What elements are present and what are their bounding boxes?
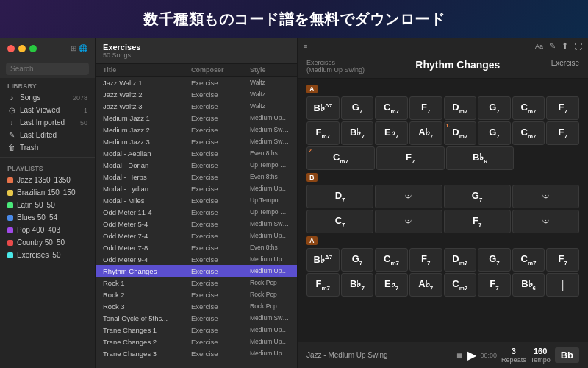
- chord-name: G7: [489, 127, 500, 140]
- stop-button[interactable]: ■: [456, 350, 462, 361]
- song-row[interactable]: Trane Changes 2 Exercise Medium Up Swing: [96, 336, 297, 347]
- song-row[interactable]: Odd Meter 9-4 Exercise Medium Up Swing: [96, 253, 297, 265]
- chord-row-ab2: Fm7 B♭7 E♭7 A♭7 Cm7 F7: [306, 273, 579, 297]
- panel-subtitle: 50 Songs: [103, 52, 290, 59]
- song-composer: Exercise: [191, 220, 250, 228]
- song-row[interactable]: Modal - Dorian Exercise Up Tempo Swing: [96, 159, 297, 171]
- song-row[interactable]: Rock 2 Exercise Rock Pop: [96, 289, 297, 300]
- song-row[interactable]: Medium Jazz 1 Exercise Medium Up Swing: [96, 112, 297, 124]
- chord-chart: A B♭Δ7 G7 Cm7 F7 Dm7: [298, 79, 588, 342]
- sidebar-item-last-viewed[interactable]: ◷ Last Viewed 1: [0, 104, 95, 116]
- song-row[interactable]: Odd Meter 7-8 Exercise Even 8ths: [96, 241, 297, 253]
- song-list[interactable]: Jazz Waltz 1 Exercise Waltz Jazz Waltz 2…: [96, 77, 297, 368]
- song-row[interactable]: Tonal Cycle of 5ths... Exercise Medium S…: [96, 312, 297, 324]
- sidebar-item-last-edited[interactable]: ✎ Last Edited: [0, 129, 95, 141]
- song-row[interactable]: Jazz Waltz 2 Exercise Waltz: [96, 88, 297, 100]
- song-row[interactable]: Odd Meter 7-4 Exercise Medium Up Swing: [96, 230, 297, 241]
- chord-cell: B♭7: [341, 273, 374, 297]
- chord-row-b2: C7 𝄑 F7 𝄑: [306, 210, 579, 233]
- blues-label: Blues 50: [17, 213, 46, 222]
- edit-icon[interactable]: ✎: [549, 41, 556, 51]
- chord-name: G7: [352, 102, 363, 115]
- song-style: Medium Up Swing: [250, 185, 290, 192]
- sidebar-item-last-imported[interactable]: ↓ Last Imported 50: [0, 116, 95, 129]
- song-row[interactable]: Medium Jazz 3 Exercise Medium Swing: [96, 135, 297, 147]
- song-row[interactable]: Rock 3 Exercise Rock Pop: [96, 300, 297, 312]
- jazz-label: Jazz 1350: [17, 176, 51, 184]
- list-toggle-icon[interactable]: ≡: [304, 43, 307, 50]
- song-title: Modal - Dorian: [103, 161, 191, 169]
- chord-row-a2: Fm7 B♭7 E♭7 A♭7 1. Dm7: [306, 121, 579, 145]
- sidebar-item-songs[interactable]: ♪ Songs 2078: [0, 91, 95, 104]
- song-row[interactable]: Rock 1 Exercise Rock Pop: [96, 277, 297, 289]
- chord-cell: G7: [341, 96, 374, 120]
- song-composer: Exercise: [191, 126, 250, 134]
- key-display[interactable]: Bb: [555, 347, 579, 363]
- slash-symbol: 𝄑: [542, 190, 549, 203]
- minimize-button[interactable]: [18, 45, 26, 52]
- chord-cell: 1. Dm7: [444, 121, 477, 145]
- song-row[interactable]: Medium Jazz 2 Exercise Medium Swing: [96, 124, 297, 135]
- song-row[interactable]: Odd Meter 11-4 Exercise Up Tempo Swing: [96, 206, 297, 218]
- song-style: Even 8ths: [250, 244, 290, 251]
- chord-name: Cm7: [452, 278, 467, 291]
- song-title: Medium Jazz 2: [103, 126, 191, 134]
- song-row[interactable]: Jazz Waltz 3 Exercise Waltz: [96, 100, 297, 112]
- share-icon[interactable]: ⬆: [562, 41, 568, 51]
- song-row[interactable]: Modal - Herbs Exercise Even 8ths: [96, 171, 297, 183]
- search-input[interactable]: [6, 63, 89, 75]
- chord-cell: F7: [546, 121, 579, 145]
- chord-cell: E♭7: [375, 273, 408, 297]
- close-button[interactable]: [7, 45, 15, 52]
- song-row[interactable]: Jazz Waltz 1 Exercise Waltz: [96, 77, 297, 88]
- song-title: Modal - Aeolian: [103, 149, 191, 158]
- song-row[interactable]: Trane Changes 1 Exercise Medium Up Swing: [96, 324, 297, 336]
- playlist-item-brazilian[interactable]: Brazilian 150 150: [0, 186, 95, 199]
- song-title: Modal - Miles: [103, 197, 191, 205]
- font-size-icon[interactable]: Aa: [535, 43, 543, 50]
- chord-row-a1: B♭Δ7 G7 Cm7 F7 Dm7 G7: [306, 96, 579, 120]
- chord-name: F7: [558, 102, 567, 115]
- song-title: Jazz Waltz 2: [103, 91, 191, 99]
- maximize-button[interactable]: [29, 45, 37, 52]
- song-row[interactable]: Modal - Aeolian Exercise Even 8ths: [96, 147, 297, 159]
- song-style: Rock Pop: [250, 291, 290, 298]
- song-row[interactable]: Odd Meter 5-4 Exercise Medium Swing: [96, 218, 297, 230]
- playlist-item-country[interactable]: Country 50 50: [0, 236, 95, 249]
- song-view-toolbar: ≡ Aa ✎ ⬆ ⛶: [298, 38, 588, 54]
- playlist-item-exercises[interactable]: Exercises 50: [0, 249, 95, 261]
- expand-icon[interactable]: ⛶: [574, 42, 582, 51]
- country-label: Country 50: [17, 238, 53, 247]
- song-style: Medium Swing: [250, 220, 290, 227]
- chord-cell: Cm7: [375, 96, 408, 120]
- chord-cell: 𝄑: [375, 185, 442, 208]
- playlist-item-pop[interactable]: Pop 400 403: [0, 224, 95, 236]
- song-composer: Exercise: [191, 138, 250, 146]
- brazilian-label: Brazilian 150: [17, 188, 60, 197]
- playlist-item-jazz[interactable]: Jazz 1350 1350: [0, 174, 95, 186]
- song-title: Rock 1: [103, 279, 191, 287]
- chord-cell: A♭7: [409, 273, 442, 297]
- playlist-item-latin[interactable]: Latin 50 50: [0, 199, 95, 211]
- chord-name: Cm7: [384, 102, 399, 115]
- exercises-count: 50: [52, 251, 60, 259]
- song-row[interactable]: Modal - Miles Exercise Up Tempo Swing: [96, 194, 297, 206]
- song-composer: Exercise: [191, 173, 250, 181]
- chord-cell: F7: [409, 96, 442, 120]
- song-composer: Exercise: [551, 59, 579, 67]
- song-row[interactable]: Modal - Lydian Exercise Medium Up Swing: [96, 183, 297, 194]
- play-button[interactable]: ▶: [467, 348, 476, 362]
- bottom-bar: Jazz - Medium Up Swing ■ ▶ 00:00 3 Repea…: [298, 342, 588, 368]
- song-row[interactable]: Rhythm Changes Exercise Medium Up Swing: [96, 265, 297, 277]
- sidebar-item-trash[interactable]: 🗑 Trash: [0, 141, 95, 154]
- chord-row-a3: 2. Cm7 F7 B♭6: [306, 146, 579, 170]
- panel-title: Exercises: [103, 43, 290, 52]
- song-composer: Exercise: [191, 102, 250, 110]
- chord-cell: B♭Δ7: [306, 96, 340, 120]
- song-title: Tonal Cycle of 5ths...: [103, 314, 191, 322]
- bottom-controls: ■ ▶ 00:00 3 Repeats 160 Tempo Bb: [456, 347, 579, 364]
- song-subtitle: (Medium Up Swing): [306, 66, 365, 74]
- chord-cell: G7: [444, 185, 511, 208]
- playlist-item-blues[interactable]: Blues 50 54: [0, 211, 95, 224]
- song-row[interactable]: Trane Changes 3 Exercise Medium Up Swing: [96, 347, 297, 359]
